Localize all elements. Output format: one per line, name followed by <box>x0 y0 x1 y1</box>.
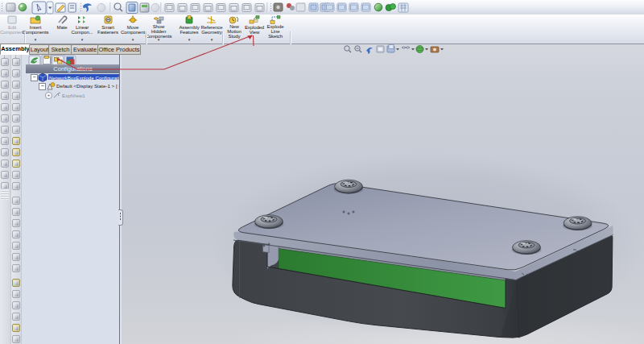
svg-text:..: .. <box>47 87 49 92</box>
